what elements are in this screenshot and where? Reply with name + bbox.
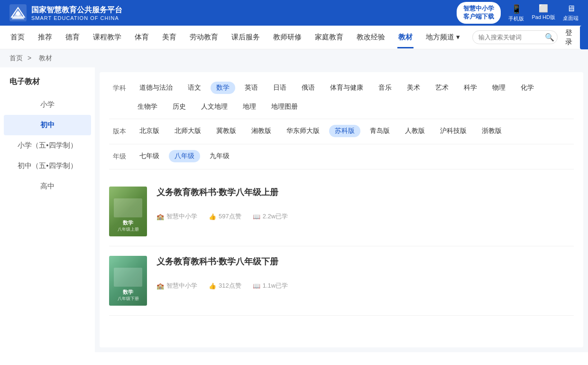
sidebar-item-gaozhong[interactable]: 高中 (0, 176, 95, 197)
grade-tags: 七年级 八年级 九年级 (134, 150, 235, 162)
tag-tiyu[interactable]: 体育与健康 (324, 82, 369, 94)
book-platform-1: 🏫 智慧中小学 (156, 212, 197, 221)
sidebar-item-xiaoxue[interactable]: 小学 (0, 94, 95, 115)
tag-jijiao[interactable]: 冀教版 (211, 125, 242, 137)
platform-icons: 📱 手机版 ⬜ Pad HD版 🖥 桌面端 (508, 4, 579, 22)
nav-tiyu[interactable]: 体育 (134, 33, 150, 42)
nav-jiaoshi[interactable]: 教师研修 (272, 33, 303, 42)
logo-sub-title: SMART EDUCATION OF CHINA (31, 15, 122, 21)
client-download-button[interactable]: 智慧中小学 客户端下载 (457, 2, 501, 24)
desktop-label: 桌面端 (563, 15, 579, 22)
logo-icon (9, 4, 27, 21)
book-list: 数学 八年级上册 义务教育教科书·数学八年级上册 🏫 智慧中小学 👍 597点赞 (109, 177, 574, 316)
phone-platform[interactable]: 📱 手机版 (508, 4, 524, 22)
tag-shuxue[interactable]: 数学 (211, 82, 235, 94)
tag-yingyu[interactable]: 英语 (239, 82, 264, 94)
nav-jiaocai[interactable]: 教材 (397, 33, 413, 42)
tag-dili[interactable]: 地理 (237, 101, 262, 113)
phone-label: 手机版 (508, 15, 524, 22)
tag-daode[interactable]: 道德与法治 (134, 82, 178, 94)
nav-home[interactable]: 首页 (9, 33, 26, 42)
pad-platform[interactable]: ⬜ Pad HD版 (532, 4, 555, 22)
breadcrumb-separator: > (28, 54, 31, 62)
book-cover-sub-2: 八年级下册 (118, 296, 139, 302)
tag-zhejiao[interactable]: 浙教版 (476, 125, 507, 137)
tag-renjiao[interactable]: 人教版 (399, 125, 431, 137)
tag-beijing[interactable]: 北京版 (134, 125, 165, 137)
sidebar: 电子教材 小学 初中 小学（五•四学制） 初中（五•四学制） 高中 (0, 67, 95, 352)
tag-suke[interactable]: 苏科版 (329, 125, 360, 137)
tag-huke[interactable]: 沪科技版 (434, 125, 472, 137)
nav-recommend[interactable]: 推荐 (37, 33, 53, 42)
pad-icon: ⬜ (539, 4, 548, 13)
book-reads-1: 📖 2.2w已学 (253, 212, 288, 221)
logo-text: 国家智慧教育公共服务平台 SMART EDUCATION OF CHINA (31, 5, 122, 21)
read-icon-1: 📖 (253, 213, 260, 220)
nav-kecheng[interactable]: 课程教学 (92, 33, 122, 42)
tag-huaxue[interactable]: 化学 (515, 82, 540, 94)
likes-label-1: 597点赞 (219, 212, 241, 221)
tag-eyu[interactable]: 俄语 (296, 82, 321, 94)
register-button[interactable]: 注册 (580, 26, 588, 49)
tag-huadong[interactable]: 华东师大版 (281, 125, 325, 137)
sidebar-item-chuzhong[interactable]: 初中 (4, 115, 91, 135)
top-bar: 国家智慧教育公共服务平台 SMART EDUCATION OF CHINA 智慧… (0, 0, 588, 26)
tag-qingdao[interactable]: 青岛版 (364, 125, 395, 137)
search-button[interactable]: 🔍 (545, 33, 554, 42)
tag-kexue[interactable]: 科学 (458, 82, 483, 94)
book-item-2: 数学 八年级下册 义务教育教科书·数学八年级下册 🏫 智慧中小学 👍 312点赞 (109, 246, 574, 316)
tag-grade8[interactable]: 八年级 (169, 150, 200, 162)
platform-label-1: 智慧中小学 (166, 212, 197, 221)
tag-beishida[interactable]: 北师大版 (169, 125, 207, 137)
book-info-1: 义务教育教科书·数学八年级上册 🏫 智慧中小学 👍 597点赞 📖 2.2 (156, 187, 574, 221)
search-input[interactable] (478, 34, 545, 41)
platform-icon-2: 🏫 (156, 282, 164, 290)
desktop-platform[interactable]: 🖥 桌面端 (563, 4, 579, 22)
breadcrumb-home[interactable]: 首页 (9, 54, 23, 62)
book-cover-1[interactable]: 数学 八年级上册 (109, 187, 147, 236)
book-title-2[interactable]: 义务教育教科书·数学八年级下册 (156, 256, 574, 267)
tag-yishu[interactable]: 艺术 (430, 82, 454, 94)
tag-lishi[interactable]: 历史 (167, 101, 192, 113)
tag-renwen[interactable]: 人文地理 (195, 101, 233, 113)
book-title-1[interactable]: 义务教育教科书·数学八年级上册 (156, 187, 574, 198)
filter-divider-2 (109, 144, 574, 144)
nav-jiating[interactable]: 家庭教育 (314, 33, 344, 42)
pad-label: Pad HD版 (532, 14, 555, 21)
nav-bar: 首页 推荐 德育 课程教学 体育 美育 劳动教育 课后服务 教师研修 家庭教育 … (0, 26, 588, 49)
phone-icon: 📱 (511, 4, 522, 14)
search-box: 🔍 (472, 30, 558, 44)
tag-riyu[interactable]: 日语 (267, 82, 292, 94)
nav-laodong[interactable]: 劳动教育 (189, 33, 219, 42)
book-platform-2: 🏫 智慧中小学 (156, 281, 197, 290)
content-area: 学科 道德与法治 语文 数学 英语 日语 俄语 体育与健康 音乐 美术 艺术 科… (100, 72, 583, 347)
nav-difang[interactable]: 地方频道 ▾ (425, 33, 461, 42)
book-cover-sub-1: 八年级上册 (118, 226, 139, 233)
top-right: 智慧中小学 客户端下载 📱 手机版 ⬜ Pad HD版 🖥 桌面端 (457, 2, 579, 24)
tag-grade9[interactable]: 九年级 (204, 150, 235, 162)
reads-label-2: 1.1w已学 (263, 281, 288, 290)
book-likes-2: 👍 312点赞 (209, 281, 241, 290)
login-button[interactable]: 登录 (565, 28, 572, 47)
tag-xiangjiao[interactable]: 湘教版 (246, 125, 277, 137)
book-cover-text-1: 数学 (123, 219, 133, 226)
tag-grade7[interactable]: 七年级 (134, 150, 165, 162)
tag-meishu[interactable]: 美术 (401, 82, 426, 94)
nav-deyu[interactable]: 德育 (64, 33, 81, 42)
tag-yuwen[interactable]: 语文 (182, 82, 207, 94)
tag-shengwu[interactable]: 生物学 (132, 101, 163, 113)
desktop-icon: 🖥 (567, 4, 575, 14)
sidebar-item-xiaoxue54[interactable]: 小学（五•四学制） (0, 135, 95, 156)
nav-meiyu[interactable]: 美育 (161, 33, 177, 42)
tag-yinyue[interactable]: 音乐 (373, 82, 397, 94)
book-cover-2[interactable]: 数学 八年级下册 (109, 256, 147, 306)
book-cover-text-2: 数学 (123, 289, 133, 296)
tag-wuli[interactable]: 物理 (487, 82, 511, 94)
nav-kehou[interactable]: 课后服务 (230, 33, 261, 42)
nav-jiaogai[interactable]: 教改经验 (356, 33, 386, 42)
tag-dilitu[interactable]: 地理图册 (266, 101, 303, 113)
filter-divider-1 (109, 119, 574, 119)
sidebar-item-chuzhong54[interactable]: 初中（五•四学制） (0, 156, 95, 176)
subject-filter-label: 学科 (109, 82, 130, 95)
nav-search-area: 🔍 登录 注册 (472, 26, 588, 49)
